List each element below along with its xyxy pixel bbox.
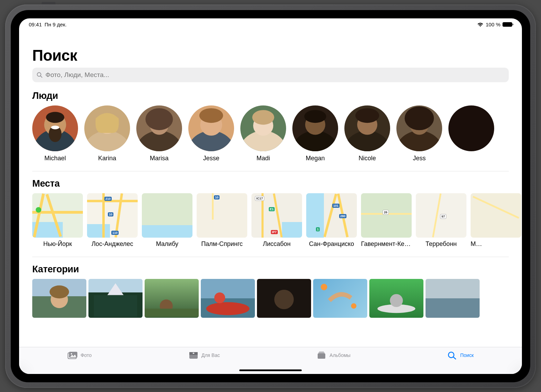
category-item[interactable] [145, 279, 199, 318]
svg-point-17 [252, 110, 274, 125]
svg-point-37 [351, 303, 357, 309]
avatar [240, 105, 286, 151]
battery-icon [503, 22, 512, 27]
svg-line-50 [453, 357, 456, 359]
place-name: Лос-Анджелес [87, 240, 138, 248]
person-name: Karina [84, 155, 130, 162]
svg-point-35 [274, 290, 294, 309]
place-item[interactable]: Малибу [142, 193, 192, 248]
people-section-header: Люди [32, 91, 522, 101]
svg-point-26 [405, 106, 434, 130]
person-name: Madi [240, 155, 286, 162]
person-item[interactable]: Jess [396, 105, 442, 162]
home-indicator[interactable] [239, 369, 302, 371]
person-name: Megan [292, 155, 338, 162]
tab-for-you[interactable]: Для Вас [188, 351, 220, 360]
divider [32, 257, 509, 257]
map-thumb: 97 [416, 193, 466, 238]
content-area: Поиск Люди Michael [19, 29, 522, 347]
places-row[interactable]: Нью-Йорк 210 10 110 Лос-Анджелес [32, 193, 522, 250]
svg-point-36 [321, 284, 327, 290]
tab-search[interactable]: Поиск [447, 351, 474, 360]
category-item[interactable] [426, 279, 480, 318]
svg-point-33 [206, 302, 250, 315]
avatar [32, 105, 78, 151]
category-item[interactable] [201, 279, 255, 318]
svg-point-23 [355, 108, 379, 122]
place-name: Малибу [142, 240, 192, 248]
person-name: Marisa [136, 155, 182, 162]
place-item[interactable]: 26 Гавернмент-Кемп [361, 193, 412, 248]
person-item[interactable]: Karina [84, 105, 130, 162]
tab-bar: Фото Для Вас Альбомы Поиск [19, 347, 522, 374]
search-icon [447, 351, 457, 360]
person-name: Michael [32, 155, 78, 162]
map-thumb: 10 [197, 193, 247, 238]
svg-point-14 [199, 108, 223, 122]
photos-icon [67, 351, 78, 360]
place-name: Гавернмент-Кемп [361, 240, 412, 248]
ipad-frame: 09:41 Пн 9 дек. 100 % Поиск [5, 5, 536, 388]
svg-point-28 [50, 285, 69, 298]
place-name: Лиссабон [251, 240, 302, 248]
avatar [396, 105, 442, 151]
person-item[interactable]: Nicole [344, 105, 390, 162]
tab-label: Для Вас [201, 352, 220, 358]
place-item[interactable]: Marra [471, 193, 484, 248]
person-name: Jesse [188, 155, 234, 162]
person-item[interactable]: Megan [292, 105, 338, 162]
person-item[interactable]: Marisa [136, 105, 182, 162]
tab-label: Поиск [460, 352, 474, 358]
avatar [188, 105, 234, 151]
for-you-icon [188, 351, 199, 360]
categories-row[interactable] [32, 279, 522, 321]
person-item[interactable] [448, 105, 462, 162]
search-icon [36, 72, 43, 78]
category-item[interactable] [313, 279, 367, 318]
svg-rect-32 [145, 308, 199, 316]
place-item[interactable]: 210 10 110 Лос-Анджелес [87, 193, 138, 248]
ipad-bezel: 09:41 Пн 9 дек. 100 % Поиск [11, 10, 530, 382]
divider [32, 171, 509, 171]
category-item[interactable] [88, 279, 143, 318]
search-bar[interactable] [32, 68, 509, 82]
status-date: Пн 9 дек. [45, 22, 67, 27]
person-item[interactable]: Madi [240, 105, 286, 162]
map-thumb: 210 10 110 [87, 193, 138, 238]
map-thumb: IC17 E1 IP7 [251, 193, 302, 238]
place-item[interactable]: 101 280 1 Сан-Франциско [306, 193, 357, 248]
avatar [136, 105, 182, 151]
screen: 09:41 Пн 9 дек. 100 % Поиск [19, 18, 522, 374]
svg-point-6 [51, 126, 59, 129]
category-item[interactable] [369, 279, 423, 318]
avatar [448, 105, 494, 151]
map-thumb [142, 193, 192, 238]
page-title: Поиск [32, 47, 522, 64]
svg-rect-48 [319, 351, 324, 352]
place-item[interactable]: IC17 E1 IP7 Лиссабон [251, 193, 302, 248]
people-row[interactable]: Michael Karina Marisa [32, 105, 522, 165]
tab-photos[interactable]: Фото [67, 351, 92, 360]
map-thumb: 101 280 1 [306, 193, 357, 238]
tab-albums[interactable]: Альбомы [316, 351, 350, 360]
places-section-header: Места [32, 178, 522, 189]
search-input[interactable] [45, 71, 505, 79]
battery-percent: 100 % [486, 22, 500, 27]
person-item[interactable]: Jesse [188, 105, 234, 162]
category-item[interactable] [257, 279, 311, 318]
svg-point-5 [46, 112, 65, 123]
status-time: 09:41 [29, 22, 42, 27]
place-name: Сан-Франциско [306, 240, 357, 248]
place-name: Палм-Спрингс [197, 240, 247, 248]
person-item[interactable]: Michael [32, 105, 78, 162]
place-item[interactable]: 97 Терребонн [416, 193, 466, 248]
svg-rect-30 [94, 295, 137, 316]
place-item[interactable]: 10 Палм-Спрингс [197, 193, 247, 248]
svg-rect-47 [318, 352, 325, 353]
tab-label: Фото [80, 352, 92, 358]
avatar [344, 105, 390, 151]
category-item[interactable] [32, 279, 86, 318]
wifi-icon [477, 22, 483, 27]
place-item[interactable]: Нью-Йорк [32, 193, 83, 248]
albums-icon [316, 351, 327, 360]
